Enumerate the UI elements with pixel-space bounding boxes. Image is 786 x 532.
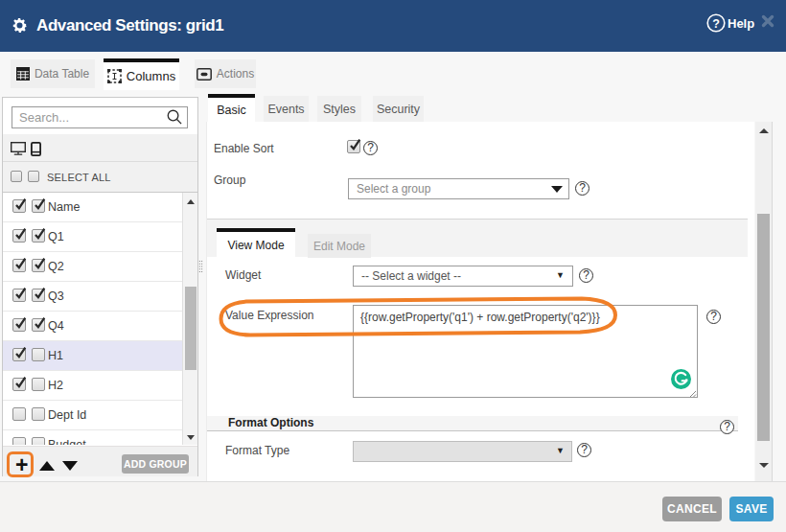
- svg-text:?: ?: [712, 17, 720, 31]
